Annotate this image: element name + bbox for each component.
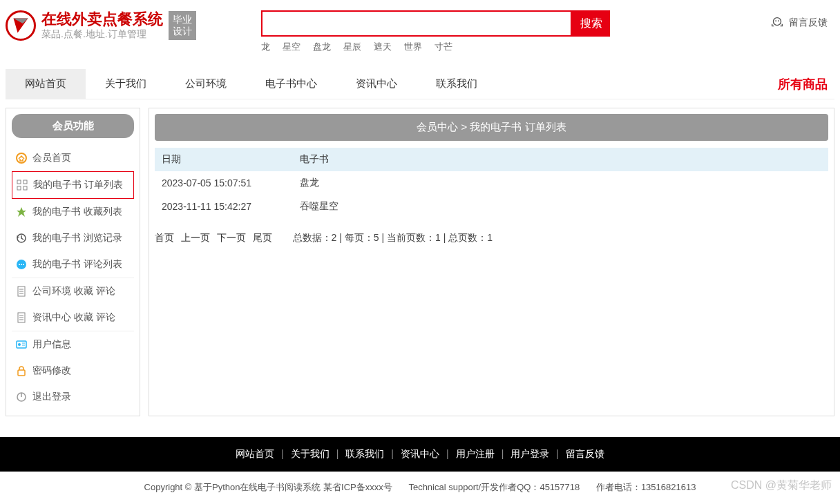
svg-point-2 xyxy=(778,20,779,21)
pager-last[interactable]: 尾页 xyxy=(253,232,272,243)
copyright: Copyright © 基于Python在线电子书阅读系统 某省ICP备xxxx… xyxy=(0,472,840,503)
sidebar-item[interactable]: 用户信息 xyxy=(12,331,134,358)
svg-point-0 xyxy=(774,18,781,26)
main-content: 会员中心 > 我的电子书 订单列表 日期电子书 2023-07-05 15:07… xyxy=(149,108,834,416)
history-icon xyxy=(16,233,27,244)
footer-link[interactable]: 联系我们 xyxy=(345,448,384,459)
badge: 毕业 设计 xyxy=(169,11,196,40)
svg-point-11 xyxy=(21,264,22,265)
svg-point-22 xyxy=(18,343,21,346)
sidebar-item[interactable]: 我的电子书 浏览记录 xyxy=(12,225,134,251)
svg-rect-4 xyxy=(17,180,21,184)
svg-rect-25 xyxy=(18,370,25,376)
sidebar-item[interactable]: 会员首页 xyxy=(12,145,134,171)
sidebar-item[interactable]: 资讯中心 收藏 评论 xyxy=(12,304,134,331)
hot-word[interactable]: 龙 xyxy=(261,41,270,52)
sidebar-item-label: 我的电子书 浏览记录 xyxy=(32,232,122,244)
footer-link[interactable]: 网站首页 xyxy=(236,448,274,459)
sidebar-item[interactable]: 密码修改 xyxy=(12,358,134,384)
footer-link[interactable]: 资讯中心 xyxy=(401,448,439,459)
sidebar-item[interactable]: 我的电子书 评论列表 xyxy=(12,251,134,278)
star-icon xyxy=(16,206,27,217)
comment-icon xyxy=(16,259,27,270)
pager: 首页 上一页 下一页 尾页 总数据：2 | 每页：5 | 当前页数：1 | 总页… xyxy=(155,232,828,244)
doc-icon xyxy=(16,312,27,323)
sidebar-item-label: 资讯中心 收藏 评论 xyxy=(32,311,115,324)
svg-rect-6 xyxy=(17,186,21,190)
pager-prev[interactable]: 上一页 xyxy=(181,232,210,243)
hot-word[interactable]: 寸芒 xyxy=(435,41,452,52)
svg-rect-5 xyxy=(23,180,27,184)
sidebar-item-label: 会员首页 xyxy=(32,152,71,164)
sidebar-item[interactable]: 退出登录 xyxy=(12,384,134,410)
table-header: 日期 xyxy=(155,148,293,171)
footer-link[interactable]: 用户注册 xyxy=(456,448,495,459)
hot-word[interactable]: 世界 xyxy=(404,41,422,52)
sidebar-item-label: 退出登录 xyxy=(32,391,71,403)
logo-area: 在线外卖点餐系统 菜品.点餐.地址.订单管理 毕业 设计 xyxy=(6,10,254,41)
pager-first[interactable]: 首页 xyxy=(155,232,174,243)
lock-icon xyxy=(16,365,27,376)
feedback-link[interactable]: 留言反馈 xyxy=(770,15,828,30)
sidebar-item-label: 我的电子书 收藏列表 xyxy=(32,206,122,218)
site-subtitle: 菜品.点餐.地址.订单管理 xyxy=(41,28,163,41)
nav-item[interactable]: 关于我们 xyxy=(86,69,166,99)
sidebar: 会员功能 会员首页我的电子书 订单列表我的电子书 收藏列表我的电子书 浏览记录我… xyxy=(6,108,140,416)
table-row: 2023-07-05 15:07:51盘龙 xyxy=(155,171,828,195)
nav-all-products[interactable]: 所有商品 xyxy=(778,76,834,93)
search-button[interactable]: 搜索 xyxy=(572,10,610,37)
power-icon xyxy=(16,391,27,403)
nav-item[interactable]: 电子书中心 xyxy=(246,69,336,99)
footer-link[interactable]: 用户登录 xyxy=(510,448,549,459)
sidebar-header: 会员功能 xyxy=(12,114,134,138)
search-input[interactable] xyxy=(261,10,572,37)
nav-item[interactable]: 联系我们 xyxy=(417,69,497,99)
sidebar-item[interactable]: 我的电子书 收藏列表 xyxy=(12,199,134,225)
site-title: 在线外卖点餐系统 xyxy=(41,10,163,28)
orders-table: 日期电子书 2023-07-05 15:07:51盘龙2023-11-11 15… xyxy=(155,148,828,218)
card-icon xyxy=(16,339,27,350)
footer-link[interactable]: 关于我们 xyxy=(291,448,330,459)
nav-item[interactable]: 资讯中心 xyxy=(336,69,417,99)
headset-icon xyxy=(770,15,785,30)
footer-link[interactable]: 留言反馈 xyxy=(566,448,604,459)
svg-rect-7 xyxy=(23,186,27,190)
grid-icon xyxy=(17,180,28,191)
hot-word[interactable]: 盘龙 xyxy=(313,41,331,52)
pager-next[interactable]: 下一页 xyxy=(217,232,246,243)
home-icon xyxy=(16,153,27,164)
table-header: 电子书 xyxy=(293,148,704,171)
hot-words: 龙星空盘龙星辰遮天世界寸芒 xyxy=(261,41,610,53)
sidebar-item-label: 我的电子书 评论列表 xyxy=(32,258,122,271)
main-nav: 网站首页关于我们公司环境电子书中心资讯中心联系我们所有商品 xyxy=(6,69,834,99)
svg-point-3 xyxy=(17,153,26,163)
doc-icon xyxy=(16,286,27,297)
hot-word[interactable]: 星辰 xyxy=(343,41,361,52)
svg-point-12 xyxy=(23,264,24,265)
logo-icon xyxy=(6,10,36,41)
sidebar-item[interactable]: 公司环境 收藏 评论 xyxy=(12,278,134,304)
table-row: 2023-11-11 15:42:27吞噬星空 xyxy=(155,195,828,218)
sidebar-item-label: 我的电子书 订单列表 xyxy=(33,179,123,191)
sidebar-item-label: 公司环境 收藏 评论 xyxy=(32,285,115,298)
nav-item[interactable]: 网站首页 xyxy=(6,69,86,99)
table-header xyxy=(704,148,828,171)
nav-item[interactable]: 公司环境 xyxy=(166,69,246,99)
footer: 网站首页|关于我们|联系我们|资讯中心|用户注册|用户登录|留言反馈 xyxy=(0,437,840,472)
breadcrumb: 会员中心 > 我的电子书 订单列表 xyxy=(155,114,828,141)
svg-point-10 xyxy=(19,264,20,265)
pager-stats: 总数据：2 | 每页：5 | 当前页数：1 | 总页数：1 xyxy=(293,232,493,243)
sidebar-item-label: 用户信息 xyxy=(32,338,71,351)
hot-word[interactable]: 遮天 xyxy=(374,41,392,52)
hot-word[interactable]: 星空 xyxy=(283,41,300,52)
svg-point-1 xyxy=(775,20,776,21)
sidebar-item[interactable]: 我的电子书 订单列表 xyxy=(12,171,134,199)
sidebar-item-label: 密码修改 xyxy=(32,365,71,377)
